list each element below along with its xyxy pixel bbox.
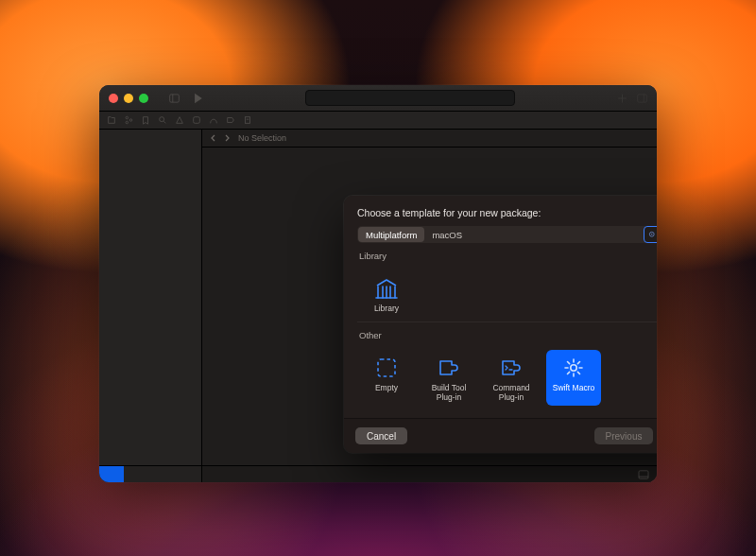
filter-field[interactable] xyxy=(644,226,657,243)
tab-label: macOS xyxy=(432,230,462,240)
template-library[interactable]: Library xyxy=(359,270,414,318)
sidebar-toggle-icon[interactable] xyxy=(169,93,180,104)
window-controls xyxy=(109,94,148,103)
run-icon[interactable] xyxy=(193,93,203,104)
jump-bar-path: No Selection xyxy=(238,133,286,143)
tab-multiplatform[interactable]: Multiplatform xyxy=(358,227,424,242)
jump-bar: No Selection xyxy=(202,130,657,148)
svg-point-5 xyxy=(126,121,129,124)
platform-tab-bar: Multiplatform macOS xyxy=(357,226,657,243)
svg-rect-0 xyxy=(170,94,180,101)
svg-rect-2 xyxy=(638,94,647,101)
debug-nav-icon[interactable] xyxy=(209,115,218,125)
source-control-nav-icon[interactable] xyxy=(124,115,133,125)
navigator-selector-bar xyxy=(99,112,657,130)
template-label: Build Tool Plug-in xyxy=(421,384,476,403)
navigator-sidebar xyxy=(99,130,202,482)
titlebar xyxy=(99,85,657,112)
project-nav-icon[interactable] xyxy=(107,115,116,125)
editor-footer xyxy=(202,465,657,482)
filter-bar xyxy=(99,465,201,482)
tab-macos[interactable]: macOS xyxy=(424,227,470,242)
previous-button[interactable]: Previous xyxy=(594,427,654,444)
template-label: Library xyxy=(374,304,399,314)
plus-icon[interactable] xyxy=(617,93,627,104)
template-command-plugin[interactable]: Command Plug-in xyxy=(484,350,539,407)
report-nav-icon[interactable] xyxy=(243,115,252,125)
canvas-toggle-icon[interactable] xyxy=(638,470,649,479)
sheet-title: Choose a template for your new package: xyxy=(357,207,657,218)
template-label: Swift Macro xyxy=(553,384,594,393)
test-nav-icon[interactable] xyxy=(192,115,201,125)
tab-label: Multiplatform xyxy=(366,230,417,240)
find-nav-icon[interactable] xyxy=(158,115,167,125)
cancel-button[interactable]: Cancel xyxy=(355,427,407,444)
editor-area: No Selection Choose a template for your … xyxy=(202,130,657,482)
filter-icon xyxy=(648,231,657,239)
minimize-window-button[interactable] xyxy=(124,94,133,103)
svg-line-25 xyxy=(577,361,579,363)
svg-line-24 xyxy=(577,372,579,374)
svg-point-4 xyxy=(126,116,129,119)
gear-icon xyxy=(562,356,585,379)
svg-rect-17 xyxy=(378,359,395,376)
svg-point-18 xyxy=(571,365,576,371)
close-window-button[interactable] xyxy=(109,94,118,103)
back-icon[interactable] xyxy=(210,134,217,142)
svg-rect-10 xyxy=(246,117,250,124)
button-label: Previous xyxy=(606,431,643,442)
svg-rect-12 xyxy=(639,471,648,478)
template-empty[interactable]: Empty xyxy=(359,350,414,407)
section-header-library: Library xyxy=(359,251,657,261)
template-label: Command Plug-in xyxy=(484,384,539,403)
breakpoint-nav-icon[interactable] xyxy=(226,115,235,125)
empty-icon xyxy=(375,356,398,379)
new-package-sheet: Choose a template for your new package: … xyxy=(344,196,657,453)
bookmarks-nav-icon[interactable] xyxy=(141,115,150,125)
issue-nav-icon[interactable] xyxy=(175,115,184,125)
forward-icon[interactable] xyxy=(223,134,231,142)
svg-point-6 xyxy=(129,119,132,122)
template-label: Empty xyxy=(375,384,398,393)
svg-rect-9 xyxy=(194,117,200,124)
svg-point-15 xyxy=(651,234,653,235)
command-plugin-icon xyxy=(499,356,524,379)
library-icon xyxy=(374,277,399,300)
xcode-window: No Selection Choose a template for your … xyxy=(99,85,657,482)
library-toggle-icon[interactable] xyxy=(637,93,647,104)
svg-point-7 xyxy=(160,117,164,122)
zoom-window-button[interactable] xyxy=(139,94,148,103)
filter-scope-indicator[interactable] xyxy=(99,466,124,482)
run-controls xyxy=(169,93,203,104)
svg-line-8 xyxy=(163,121,165,123)
svg-line-26 xyxy=(568,372,570,374)
sheet-footer: Cancel Previous Next xyxy=(344,418,657,453)
template-build-tool-plugin[interactable]: Build Tool Plug-in xyxy=(421,350,476,407)
section-header-other: Other xyxy=(359,330,657,340)
button-label: Cancel xyxy=(367,431,396,442)
plugin-icon xyxy=(437,356,461,379)
activity-viewer[interactable] xyxy=(305,90,515,106)
template-swift-macro[interactable]: Swift Macro xyxy=(546,350,601,407)
svg-line-23 xyxy=(568,361,570,363)
